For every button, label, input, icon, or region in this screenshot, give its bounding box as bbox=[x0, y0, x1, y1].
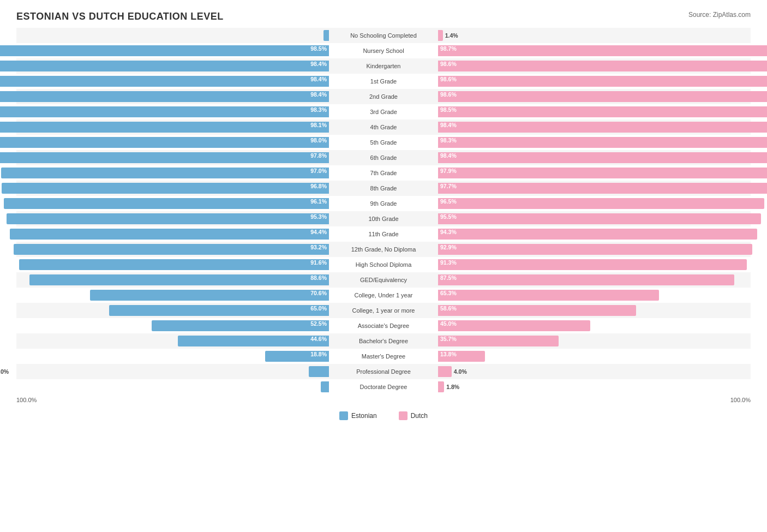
row-label: 1st Grade bbox=[329, 78, 438, 85]
bar-row: 98.3%3rd Grade98.5% bbox=[16, 104, 751, 119]
bar-row: 97.8%6th Grade98.4% bbox=[16, 150, 751, 165]
estonian-bar: 96.1% bbox=[4, 198, 329, 209]
estonian-bar bbox=[309, 366, 329, 377]
legend-dutch-box bbox=[399, 411, 408, 420]
left-bar-section: 93.2% bbox=[16, 242, 329, 257]
dutch-value: 97.7% bbox=[438, 183, 457, 189]
left-bar-section: 98.5% bbox=[16, 43, 329, 58]
left-bar-section: 96.1% bbox=[16, 196, 329, 211]
estonian-value: 98.4% bbox=[310, 61, 329, 67]
axis-right-label: 100.0% bbox=[433, 397, 751, 403]
dutch-bar: 98.6% bbox=[438, 61, 767, 71]
bars-area: 1.6%No Schooling Completed1.4%98.5%Nurse… bbox=[16, 28, 751, 394]
estonian-bar: 98.0% bbox=[0, 137, 329, 148]
dutch-bar: 92.9% bbox=[438, 244, 752, 255]
dutch-bar: 98.5% bbox=[438, 106, 767, 117]
dutch-value: 13.8% bbox=[438, 351, 457, 357]
axis-left-label: 100.0% bbox=[16, 397, 334, 403]
row-label: 12th Grade, No Diploma bbox=[329, 246, 438, 253]
row-label: 10th Grade bbox=[329, 216, 438, 222]
estonian-value: 98.0% bbox=[310, 137, 329, 144]
bar-row: 98.0%5th Grade98.3% bbox=[16, 135, 751, 150]
bar-row: 65.0%College, 1 year or more58.6% bbox=[16, 303, 751, 318]
estonian-bar: 70.6% bbox=[90, 290, 329, 301]
left-bar-section: 70.6% bbox=[16, 288, 329, 303]
bar-row: 98.5%Nursery School98.7% bbox=[16, 43, 751, 58]
axis-labels: 100.0% 100.0% bbox=[16, 397, 751, 403]
estonian-value: 98.4% bbox=[310, 91, 329, 98]
bar-row: 97.0%7th Grade97.9% bbox=[16, 165, 751, 181]
right-bar-section: 98.5% bbox=[438, 104, 751, 119]
dutch-bar bbox=[438, 381, 444, 392]
legend-dutch-label: Dutch bbox=[411, 412, 428, 420]
estonian-bar: 18.8% bbox=[265, 351, 329, 362]
left-bar-section: 96.8% bbox=[16, 181, 329, 196]
row-label: 2nd Grade bbox=[329, 93, 438, 100]
right-bar-section: 13.8% bbox=[438, 349, 751, 364]
right-bar-section: 98.6% bbox=[438, 89, 751, 104]
dutch-bar: 98.7% bbox=[438, 45, 767, 56]
bar-row: 52.5%Associate's Degree45.0% bbox=[16, 318, 751, 333]
dutch-bar: 96.5% bbox=[438, 198, 764, 209]
estonian-value: 52.5% bbox=[310, 320, 329, 327]
row-label: Doctorate Degree bbox=[329, 384, 438, 390]
dutch-bar: 91.3% bbox=[438, 259, 747, 270]
row-label: 7th Grade bbox=[329, 170, 438, 176]
left-bar-section: 98.4% bbox=[16, 89, 329, 104]
dutch-value: 58.6% bbox=[438, 305, 457, 312]
left-bar-section: 18.8% bbox=[16, 349, 329, 364]
estonian-value: 91.6% bbox=[310, 259, 329, 266]
estonian-value: 18.8% bbox=[310, 351, 329, 357]
dutch-bar: 97.9% bbox=[438, 168, 767, 178]
dutch-value-outside: 1.8% bbox=[446, 384, 459, 390]
right-bar-section: 58.6% bbox=[438, 303, 751, 318]
row-label: College, 1 year or more bbox=[329, 307, 438, 314]
bar-row: 6.0%Professional Degree4.0% bbox=[16, 364, 751, 379]
right-bar-section: 35.7% bbox=[438, 333, 751, 349]
dutch-bar bbox=[438, 366, 452, 377]
estonian-bar: 98.4% bbox=[0, 76, 329, 87]
bar-row: 94.4%11th Grade94.3% bbox=[16, 226, 751, 242]
estonian-value: 98.5% bbox=[310, 45, 329, 52]
dutch-bar: 94.3% bbox=[438, 229, 757, 240]
row-label: Kindergarten bbox=[329, 63, 438, 69]
dutch-value-outside: 1.4% bbox=[445, 32, 458, 39]
estonian-value: 94.4% bbox=[310, 229, 329, 235]
chart-title: ESTONIAN VS DUTCH EDUCATION LEVEL bbox=[16, 11, 751, 22]
legend-estonian: Estonian bbox=[339, 411, 377, 420]
row-label: College, Under 1 year bbox=[329, 292, 438, 298]
row-label: 4th Grade bbox=[329, 124, 438, 130]
bar-row: 93.2%12th Grade, No Diploma92.9% bbox=[16, 242, 751, 257]
dutch-value: 96.5% bbox=[438, 198, 457, 205]
estonian-bar bbox=[321, 381, 329, 392]
right-bar-section: 98.6% bbox=[438, 74, 751, 89]
dutch-bar: 87.5% bbox=[438, 274, 734, 285]
row-label: Master's Degree bbox=[329, 353, 438, 360]
dutch-value: 87.5% bbox=[438, 274, 457, 281]
bar-row: 98.4%Kindergarten98.6% bbox=[16, 58, 751, 74]
estonian-value: 97.8% bbox=[310, 152, 329, 159]
row-label: 8th Grade bbox=[329, 185, 438, 192]
dutch-bar: 13.8% bbox=[438, 351, 485, 362]
estonian-bar: 97.0% bbox=[1, 168, 329, 178]
dutch-value: 97.9% bbox=[438, 168, 457, 174]
bar-row: 96.1%9th Grade96.5% bbox=[16, 196, 751, 211]
left-bar-section: 95.3% bbox=[16, 211, 329, 226]
estonian-value: 93.2% bbox=[310, 244, 329, 250]
bar-row: 1.6%No Schooling Completed1.4% bbox=[16, 28, 751, 43]
estonian-value: 98.3% bbox=[310, 106, 329, 113]
dutch-bar: 98.4% bbox=[438, 122, 767, 133]
row-label: Nursery School bbox=[329, 47, 438, 54]
dutch-value: 98.5% bbox=[438, 106, 457, 113]
dutch-value: 98.4% bbox=[438, 122, 457, 128]
estonian-value: 98.1% bbox=[310, 122, 329, 128]
bar-row: 88.6%GED/Equivalency87.5% bbox=[16, 272, 751, 288]
dutch-bar bbox=[438, 30, 443, 41]
left-bar-section: 97.8% bbox=[16, 150, 329, 165]
bar-row: 98.1%4th Grade98.4% bbox=[16, 119, 751, 135]
estonian-value: 95.3% bbox=[310, 213, 329, 220]
legend: Estonian Dutch bbox=[16, 411, 751, 420]
dutch-value: 98.7% bbox=[438, 45, 457, 52]
left-bar-section: 98.1% bbox=[16, 119, 329, 135]
dutch-value: 94.3% bbox=[438, 229, 457, 235]
